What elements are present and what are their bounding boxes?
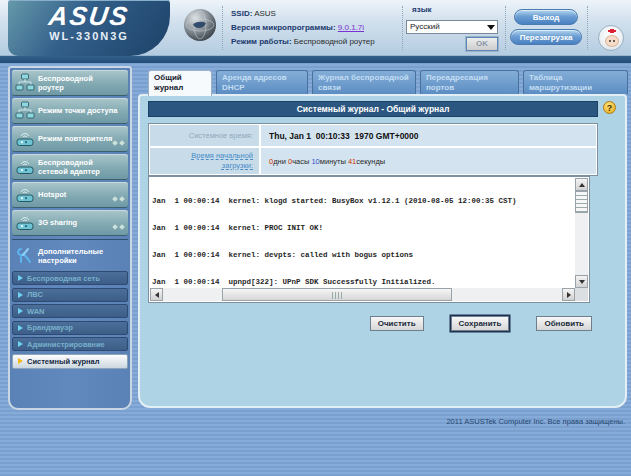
sidebar-item-hotspot[interactable]: Hotspot (12, 182, 128, 208)
wireless-router-icon (12, 157, 38, 177)
asus-logo-text: ASUS (6, 1, 172, 32)
horizontal-scrollbar[interactable] (150, 288, 575, 301)
system-time-row: Thu, Jan 1 00:10:33 1970 GMT+0000 (261, 125, 596, 146)
firmware-label: Версия микропрограммы: (231, 23, 336, 32)
header: ASUS WL-330N3G SSID: ASUS Версия микропр… (0, 0, 631, 56)
sidebar-item-wan[interactable]: WAN (12, 304, 128, 318)
asus-logo: ASUS WL-330N3G (8, 0, 170, 56)
language-selected-value: Русский (410, 22, 440, 31)
status-table: Системное время: Thu, Jan 1 00:10:33 197… (148, 123, 598, 176)
horizontal-scroll-thumb[interactable] (222, 288, 452, 301)
scroll-down-icon[interactable] (575, 275, 588, 288)
save-button[interactable]: Сохранить (451, 316, 510, 331)
language-label: язык (412, 5, 431, 14)
arrow-bullet-icon (18, 308, 23, 314)
scrollbar-corner (575, 288, 588, 301)
system-time-label: Системное время: (150, 125, 259, 146)
sidebar-item-repeater-mode[interactable]: Режим повторителя (12, 126, 128, 152)
help-icon[interactable]: ? (603, 101, 616, 114)
copyright-text: 2011 ASUSTek Computer Inc. Все права защ… (446, 417, 625, 426)
sparkle-icon (113, 141, 124, 145)
clear-button[interactable]: Очистить (370, 316, 424, 331)
tab-general-log[interactable]: Общий журнал (148, 70, 212, 96)
tab-port-forwarding[interactable]: Переадресация портов (420, 70, 519, 94)
operation-mode-row: Режим работы: Беспроводной роутер (231, 35, 375, 49)
log-line: Jan 1 00:00:14 upnpd[322]: UPnP SDK Succ… (152, 278, 573, 287)
log-line: Jan 1 00:00:14 kernel: devpts: called wi… (152, 251, 573, 260)
log-content: Jan 1 00:00:14 kernel: klogd started: Bu… (152, 179, 573, 287)
boot-time-link[interactable]: Время начальной загрузки: (169, 151, 253, 171)
wireless-router-icon (12, 213, 38, 233)
wireless-router-icon (12, 185, 38, 205)
sidebar-item-access-point-mode[interactable]: Режим точки доступа (12, 98, 128, 124)
sidebar-item-3g-sharing[interactable]: 3G sharing (12, 210, 128, 236)
sparkle-icon (113, 225, 124, 229)
ssid-row: SSID: ASUS (231, 7, 375, 21)
header-divider (222, 6, 223, 50)
tab-wireless-log[interactable]: Журнал беспроводной связи (312, 70, 416, 94)
sidebar-item-wireless-adapter[interactable]: Беспроводной сетевой адаптер (12, 154, 128, 180)
operation-mode-value: Беспроводной роутер (294, 37, 375, 46)
header-divider (505, 6, 506, 50)
red-cross-icon (610, 29, 614, 33)
workgroup-icon (12, 73, 38, 93)
vertical-scrollbar[interactable] (575, 178, 588, 288)
log-tabs: Общий журнал Аренда адресов DHCP Журнал … (148, 70, 628, 96)
boot-time-value: 0дни 0часы 10минуты 41секунды (269, 157, 385, 166)
logout-button[interactable]: Выход (514, 9, 578, 25)
workgroup-icon (12, 101, 38, 121)
log-line: Jan 1 00:00:14 kernel: klogd started: Bu… (152, 197, 573, 206)
action-buttons: Очистить Сохранить Обновить (148, 316, 592, 331)
arrow-bullet-icon (18, 275, 23, 281)
tab-routing-table[interactable]: Таблица маршрутизации (523, 70, 628, 94)
ssid-label: SSID: (231, 9, 252, 18)
firmware-version-link[interactable]: 9.0.1.7i (338, 23, 364, 32)
ssid-value: ASUS (254, 9, 276, 18)
dropdown-arrow-icon (487, 25, 495, 30)
advanced-nav-list: Беспроводная сеть ЛВС WAN Брандмауэр Адм… (12, 271, 128, 369)
advanced-settings-header: Дополнительные настройки (12, 239, 128, 267)
header-divider (587, 6, 588, 50)
reboot-button[interactable]: Перезагрузка (510, 29, 582, 45)
sidebar: Беспроводной роутер Режим точки доступа (8, 66, 132, 410)
scroll-left-icon[interactable] (150, 288, 163, 301)
tab-dhcp-leases[interactable]: Аренда адресов DHCP (216, 70, 308, 94)
ok-button[interactable]: OK (466, 37, 498, 51)
log-line: Jan 1 00:00:14 kernel: PROC INIT OK! (152, 224, 573, 233)
support-mascot-icon[interactable] (598, 25, 624, 51)
sidebar-item-system-log[interactable]: Системный журнал (12, 354, 128, 369)
language-select[interactable]: Русский (406, 20, 498, 34)
operation-mode-label: Режим работы: (231, 37, 292, 46)
system-time-value: Thu, Jan 1 00:10:33 1970 GMT+0000 (269, 131, 419, 141)
arrow-bullet-icon (18, 325, 23, 331)
boot-time-row-label: Время начальной загрузки: (150, 148, 259, 174)
sidebar-item-wireless-network[interactable]: Беспроводная сеть (12, 271, 128, 285)
arrow-bullet-icon (18, 341, 23, 347)
globe-icon (184, 9, 216, 41)
sidebar-item-lan[interactable]: ЛВС (12, 288, 128, 302)
header-divider (402, 6, 403, 50)
log-textarea[interactable]: Jan 1 00:00:14 kernel: klogd started: Bu… (148, 176, 590, 303)
boot-time-row: 0дни 0часы 10минуты 41секунды (261, 148, 596, 174)
wireless-router-icon (12, 129, 38, 149)
sparkle-icon (113, 197, 124, 201)
device-info-block: SSID: ASUS Версия микропрограммы: 9.0.1.… (231, 7, 375, 49)
mascot-face (605, 35, 619, 47)
sidebar-item-wireless-router[interactable]: Беспроводной роутер (12, 70, 128, 96)
vertical-scroll-thumb[interactable] (575, 191, 588, 213)
scroll-right-icon[interactable] (562, 288, 575, 301)
tools-icon (12, 247, 38, 265)
header-divider-band (0, 56, 631, 63)
page-title: Системный журнал - Общий журнал (148, 101, 598, 117)
refresh-button[interactable]: Обновить (536, 316, 592, 331)
router-admin-screen: ASUS WL-330N3G SSID: ASUS Версия микропр… (0, 0, 631, 476)
arrow-bullet-icon (18, 358, 23, 364)
scroll-up-icon[interactable] (575, 178, 588, 191)
sidebar-item-administration[interactable]: Администрирование (12, 337, 128, 351)
arrow-bullet-icon (18, 292, 23, 298)
sidebar-item-firewall[interactable]: Брандмауэр (12, 321, 128, 335)
firmware-row: Версия микропрограммы: 9.0.1.7i (231, 21, 375, 35)
